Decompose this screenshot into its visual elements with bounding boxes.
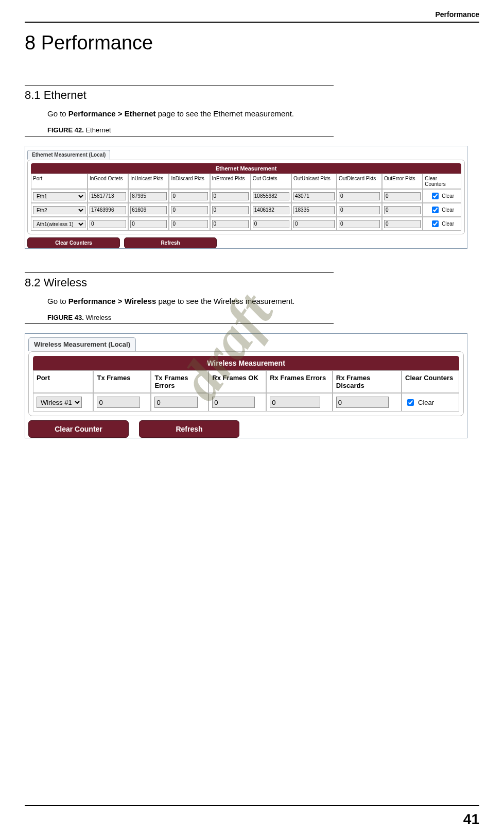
- table-row: [128, 189, 169, 203]
- wl-col-txframes: Tx Frames: [93, 370, 151, 393]
- clear-checkbox[interactable]: [407, 399, 414, 406]
- wl-value: [97, 397, 140, 408]
- eth-value: [384, 206, 421, 214]
- ethernet-tab[interactable]: Ethernet Measurement (Local): [27, 150, 110, 160]
- header-rule: [25, 22, 479, 23]
- eth-port-select[interactable]: Eth1: [33, 192, 85, 200]
- footer-rule: [25, 805, 479, 806]
- eth-col-indiscardpkts: InDiscard Pkts: [169, 174, 210, 189]
- ethernet-intro-bold: Performance > Ethernet: [68, 109, 156, 118]
- wireless-table: Port Tx Frames Tx Frames Errors Rx Frame…: [33, 370, 459, 412]
- eth-col-port: Port: [31, 174, 88, 189]
- table-row: Clear: [402, 393, 459, 412]
- table-row: [169, 189, 210, 203]
- clear-checkbox[interactable]: [432, 207, 439, 213]
- eth-port-select[interactable]: Ath1(wireless 1): [33, 220, 85, 228]
- table-row: Ath1(wireless 1): [31, 217, 88, 231]
- ethernet-figure-caption: FIGURE 42. Ethernet: [47, 126, 479, 134]
- wl-value: [212, 397, 255, 408]
- eth-col-inerroredpkts: InErrored Pkts: [210, 174, 251, 189]
- running-header: Performance: [25, 10, 479, 22]
- eth-col-outunicastpkts: OutUnicast Pkts: [291, 174, 337, 189]
- table-row: Wirless #1: [33, 393, 93, 412]
- wl-value: [336, 397, 389, 408]
- wl-col-txerrors: Tx Frames Errors: [151, 370, 208, 393]
- wl-col-clearcounters: Clear Counters: [402, 370, 459, 393]
- eth-port-select[interactable]: Eth2: [33, 206, 85, 214]
- clear-label: Clear: [442, 207, 454, 213]
- table-row: [291, 217, 337, 231]
- eth-value: [339, 206, 380, 214]
- table-row: Eth1: [31, 189, 88, 203]
- wl-col-rxerrors: Rx Frames Errors: [266, 370, 333, 393]
- ethernet-tab-row: Ethernet Measurement (Local): [25, 146, 467, 160]
- wireless-tab-row: Wireless Measurement (Local): [25, 334, 467, 351]
- clear-counters-button[interactable]: Clear Counters: [27, 237, 120, 248]
- table-row: [88, 203, 128, 217]
- clear-checkbox[interactable]: [432, 193, 439, 199]
- eth-col-outerrorpkts: OutError Pkts: [382, 174, 423, 189]
- wireless-intro-bold: Performance > Wireless: [68, 297, 156, 305]
- table-row: [382, 217, 423, 231]
- section-wireless-title: 8.2 Wireless: [25, 276, 479, 289]
- wireless-figure-caption: FIGURE 43. Wireless: [47, 314, 479, 321]
- eth-value: [171, 220, 207, 228]
- eth-col-clearcounters: Clear Counters: [423, 174, 461, 189]
- ethernet-panel: Ethernet Measurement Port InGood Octets …: [27, 160, 465, 234]
- wireless-panel-title: Wireless Measurement: [33, 356, 459, 370]
- section-ethernet-title: 8.1 Ethernet: [25, 89, 479, 102]
- figure-42-label: FIGURE 42.: [47, 126, 84, 134]
- section-rule: [25, 85, 334, 85]
- wl-col-rxdiscards: Rx Frames Discards: [333, 370, 402, 393]
- figure-42-name: Ethernet: [84, 126, 111, 134]
- eth-value: [90, 206, 126, 214]
- eth-col-outoctets: Out Octets: [251, 174, 291, 189]
- clear-counter-button[interactable]: Clear Counter: [28, 420, 129, 438]
- page-number: 41: [463, 811, 479, 828]
- table-row: [266, 393, 333, 412]
- section-rule: [25, 272, 334, 273]
- eth-value: [171, 192, 207, 200]
- clear-checkbox[interactable]: [432, 220, 439, 227]
- wireless-screenshot: Wireless Measurement (Local) Wireless Me…: [25, 333, 467, 438]
- table-row: [337, 203, 382, 217]
- eth-value: [253, 192, 289, 200]
- table-row: Clear: [423, 217, 461, 231]
- clear-label: Clear: [442, 193, 454, 199]
- eth-value: [130, 220, 167, 228]
- table-row: [251, 217, 291, 231]
- ethernet-intro-post: page to see the Ethernet measurement.: [156, 109, 294, 118]
- figure-42-rule: [25, 136, 334, 136]
- eth-value: [90, 192, 126, 200]
- table-row: [337, 217, 382, 231]
- table-row: [382, 189, 423, 203]
- wl-col-rxok: Rx Frames OK: [208, 370, 266, 393]
- figure-43-name: Wireless: [84, 314, 111, 321]
- table-row: [210, 217, 251, 231]
- ethernet-button-row: Clear Counters Refresh: [27, 237, 467, 248]
- table-row: [88, 189, 128, 203]
- ethernet-panel-title: Ethernet Measurement: [31, 163, 461, 174]
- table-row: Eth2: [31, 203, 88, 217]
- refresh-button[interactable]: Refresh: [139, 420, 239, 438]
- clear-label: Clear: [442, 221, 454, 227]
- eth-value: [253, 220, 289, 228]
- wireless-button-row: Clear Counter Refresh: [28, 420, 467, 438]
- wireless-intro: Go to Performance > Wireless page to see…: [47, 297, 479, 305]
- eth-value: [212, 192, 249, 200]
- eth-value: [171, 206, 207, 214]
- wl-port-select[interactable]: Wirless #1: [37, 397, 82, 408]
- chapter-title: 8 Performance: [25, 32, 479, 54]
- figure-43-rule: [25, 323, 334, 324]
- table-row: [88, 217, 128, 231]
- table-row: [210, 189, 251, 203]
- eth-value: [130, 192, 167, 200]
- wireless-tab[interactable]: Wireless Measurement (Local): [28, 337, 136, 351]
- eth-value: [130, 206, 167, 214]
- eth-value: [384, 192, 421, 200]
- refresh-button[interactable]: Refresh: [124, 237, 217, 248]
- wl-value: [270, 397, 320, 408]
- figure-43-label: FIGURE 43.: [47, 314, 84, 321]
- table-row: [128, 217, 169, 231]
- table-row: [251, 203, 291, 217]
